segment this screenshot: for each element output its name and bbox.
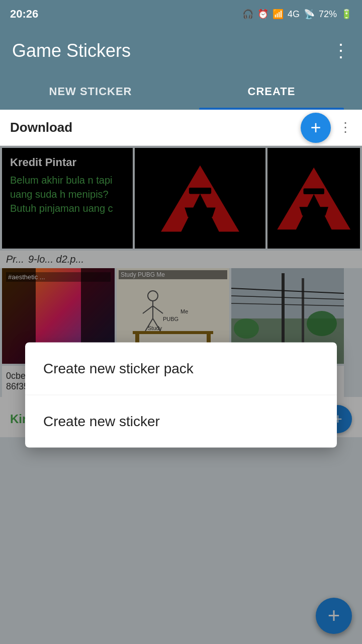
toolbar-download-label: Download [10, 120, 72, 135]
content-area: Kredit Pintar Belum akhir bula n tapi ua… [0, 146, 362, 644]
status-icons: 🎧 ⏰ 📶 4G 📡 72% 🔋 [242, 9, 352, 20]
tabs-row: NEW STICKER CREATE [0, 73, 362, 110]
battery-icon: 🔋 [341, 9, 352, 20]
toolbar: Download + ⋮ [0, 110, 362, 146]
app-title: Game Stickers [12, 40, 131, 61]
status-time: 20:26 [10, 8, 38, 21]
modal-item-create-sticker[interactable]: Create new sticker [25, 395, 337, 448]
overflow-menu-icon[interactable]: ⋮ [332, 40, 350, 61]
app-header: Game Stickers ⋮ [0, 28, 362, 73]
toolbar-menu-icon[interactable]: ⋮ [339, 120, 352, 135]
battery-label: 72% [319, 9, 337, 20]
signal-icon: 📶 [273, 9, 284, 20]
add-button[interactable]: + [301, 113, 331, 143]
status-bar: 20:26 🎧 ⏰ 📶 4G 📡 72% 🔋 [0, 0, 362, 28]
modal-item-create-pack[interactable]: Create new sticker pack [25, 343, 337, 395]
toolbar-actions: + ⋮ [301, 113, 352, 143]
wifi-icon: 📡 [304, 9, 315, 20]
network-label: 4G [288, 9, 300, 20]
create-menu-modal: Create new sticker pack Create new stick… [25, 343, 337, 448]
tab-create[interactable]: CREATE [181, 73, 362, 110]
headphone-icon: 🎧 [242, 9, 253, 20]
tab-new-sticker[interactable]: NEW STICKER [0, 73, 181, 110]
alarm-icon: ⏰ [257, 9, 268, 20]
